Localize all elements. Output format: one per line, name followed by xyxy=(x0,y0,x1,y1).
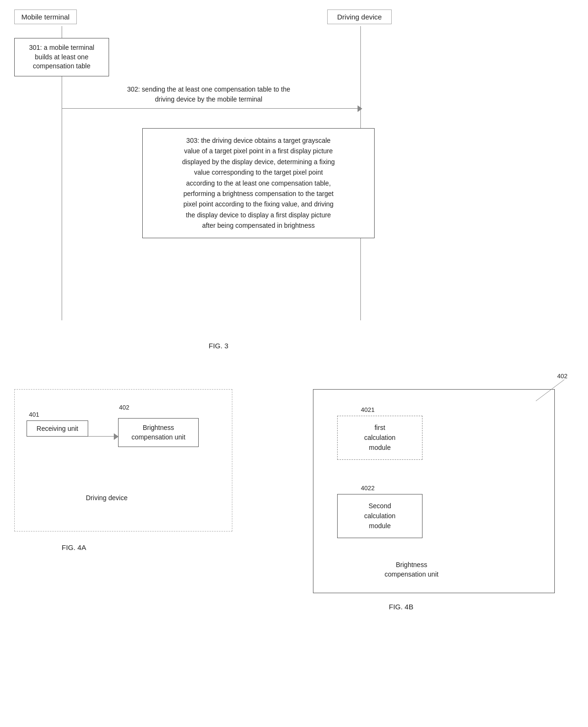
fig4-section: 401 Receiving unit 402 Brightness compen… xyxy=(0,370,588,726)
fig4b-outer-box: 4021 first calculation module 4022 Secon… xyxy=(313,389,555,593)
box-402a: Brightness compensation unit xyxy=(118,418,199,447)
arrow-401-402 xyxy=(88,436,117,437)
fig3-caption: FIG. 3 xyxy=(209,342,229,350)
svg-line-0 xyxy=(536,380,564,401)
vline-down-301 xyxy=(62,108,62,132)
mobile-terminal-label: Mobile terminal xyxy=(14,9,77,24)
box-301: 301: a mobile terminal builds at least o… xyxy=(14,38,109,76)
brightness-label-4b: Brightness compensation unit xyxy=(385,560,439,579)
label-4022: 4022 xyxy=(361,485,375,492)
label-402a: 402 xyxy=(119,404,129,411)
label-401: 401 xyxy=(29,411,39,418)
box-303: 303: the driving device obtains a target… xyxy=(142,128,375,238)
box-4021: first calculation module xyxy=(337,416,423,460)
fig4a-outer-box: 401 Receiving unit 402 Brightness compen… xyxy=(14,389,232,531)
box-4022: Second calculation module xyxy=(337,494,423,538)
label-4021: 4021 xyxy=(361,406,375,413)
driving-device-label: Driving device xyxy=(327,9,392,24)
pointer-line-402b xyxy=(522,377,569,406)
arrow-302-head xyxy=(358,105,362,112)
fig3-section: Mobile terminal Driving device 301: a mo… xyxy=(0,0,588,370)
box-401: Receiving unit xyxy=(27,420,88,437)
fig4b-caption: FIG. 4B xyxy=(389,603,413,611)
label-302: 302: sending the at least one compensati… xyxy=(71,84,346,104)
arrow-302-line xyxy=(62,108,360,109)
fig4a-caption: FIG. 4A xyxy=(62,543,86,551)
driving-device-label-4a: Driving device xyxy=(86,494,128,502)
